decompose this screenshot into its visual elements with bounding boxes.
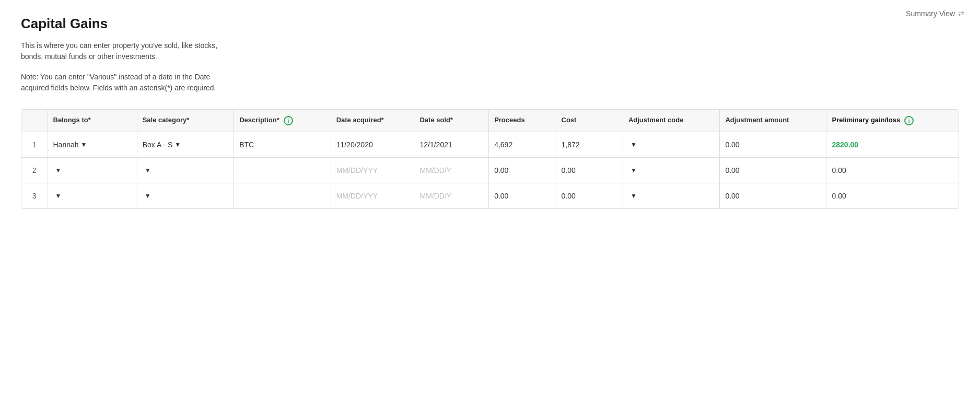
belongs-to-arrow: ▼	[55, 192, 62, 200]
row-3-preliminary: 0.00	[826, 183, 959, 209]
row-3-belongs-to[interactable]: ▼	[48, 183, 137, 209]
row-1-belongs-to[interactable]: Hannah▼	[48, 132, 137, 158]
row-2-description[interactable]	[234, 158, 331, 183]
table-row: 2▼▼MM/DD/YYYMM/DD/Y0.000.00▼0.000.00	[21, 158, 959, 183]
summary-view-label: Summary View	[906, 9, 955, 18]
row-3-proceeds[interactable]: 0.00	[489, 183, 556, 209]
row-1-description[interactable]: BTC	[234, 132, 331, 158]
description-info-icon[interactable]: i	[284, 116, 293, 125]
th-date-sold: Date sold*	[414, 110, 489, 132]
date-acquired-placeholder: MM/DD/YYY	[336, 166, 378, 174]
table-row: 3▼▼MM/DD/YYYMM/DD/Y0.000.00▼0.000.00	[21, 183, 959, 209]
row-1-num: 1	[21, 132, 48, 158]
th-adjustment-amount: Adjustment amount	[720, 110, 826, 132]
row-2-date-sold[interactable]: MM/DD/Y	[414, 158, 489, 183]
sale-category-value: Box A - S	[143, 141, 173, 149]
belongs-to-value: Hannah	[53, 141, 79, 149]
note: Note: You can enter "Various" instead of…	[21, 72, 959, 94]
description-line1: This is where you can enter property you…	[21, 40, 959, 51]
row-2-belongs-to[interactable]: ▼	[48, 158, 137, 183]
row-1-sale-category[interactable]: Box A - S▼	[137, 132, 234, 158]
row-3-adjustment-code[interactable]: ▼	[623, 183, 719, 209]
row-1-cost[interactable]: 1,872	[556, 132, 623, 158]
row-1-adjustment-code[interactable]: ▼	[623, 132, 719, 158]
row-3-sale-category[interactable]: ▼	[137, 183, 234, 209]
row-3-num: 3	[21, 183, 48, 209]
description: This is where you can enter property you…	[21, 40, 959, 62]
th-adjustment-code: Adjustment code	[623, 110, 719, 132]
capital-gains-table: Belongs to* Sale category* Description* …	[21, 110, 959, 208]
th-date-acquired: Date acquired*	[331, 110, 414, 132]
summary-view-link[interactable]: Summary View ⇄	[906, 9, 964, 18]
table-header-row: Belongs to* Sale category* Description* …	[21, 110, 959, 132]
th-sale-category: Sale category*	[137, 110, 234, 132]
th-cost: Cost	[556, 110, 623, 132]
row-3-adjustment-amount[interactable]: 0.00	[720, 183, 826, 209]
page-container: Summary View ⇄ Capital Gains This is whe…	[0, 0, 980, 397]
row-2-adjustment-code[interactable]: ▼	[623, 158, 719, 183]
date-acquired-placeholder: MM/DD/YYY	[336, 192, 378, 200]
row-1-adjustment-amount[interactable]: 0.00	[720, 132, 826, 158]
belongs-to-arrow: ▼	[81, 141, 87, 148]
th-description: Description* i	[234, 110, 331, 132]
th-proceeds: Proceeds	[489, 110, 556, 132]
page-title: Capital Gains	[21, 16, 959, 32]
row-2-cost[interactable]: 0.00	[556, 158, 623, 183]
sale-category-arrow: ▼	[145, 167, 151, 174]
row-1-preliminary: 2820.00	[826, 132, 959, 158]
th-preliminary: Preliminary gain/loss i	[826, 110, 959, 132]
note-line2: acquired fields below. Fields with an as…	[21, 83, 959, 94]
table-row: 1Hannah▼Box A - S▼BTC11/20/202012/1/2021…	[21, 132, 959, 158]
row-3-cost[interactable]: 0.00	[556, 183, 623, 209]
row-3-date-acquired[interactable]: MM/DD/YYY	[331, 183, 414, 209]
sale-category-arrow: ▼	[145, 192, 151, 200]
adj-code-arrow: ▼	[631, 167, 637, 174]
row-2-num: 2	[21, 158, 48, 183]
row-2-preliminary: 0.00	[826, 158, 959, 183]
th-num	[21, 110, 48, 132]
row-3-description[interactable]	[234, 183, 331, 209]
description-line2: bonds, mutual funds or other investments…	[21, 51, 959, 62]
row-2-sale-category[interactable]: ▼	[137, 158, 234, 183]
swap-icon: ⇄	[958, 9, 964, 18]
th-belongs-to: Belongs to*	[48, 110, 137, 132]
adj-code-arrow: ▼	[631, 141, 637, 148]
sale-category-arrow: ▼	[174, 141, 181, 148]
row-2-proceeds[interactable]: 0.00	[489, 158, 556, 183]
row-2-adjustment-amount[interactable]: 0.00	[720, 158, 826, 183]
row-3-date-sold[interactable]: MM/DD/Y	[414, 183, 489, 209]
row-1-proceeds[interactable]: 4,692	[489, 132, 556, 158]
row-1-date-acquired[interactable]: 11/20/2020	[331, 132, 414, 158]
adj-code-arrow: ▼	[631, 192, 637, 200]
capital-gains-table-wrapper: Belongs to* Sale category* Description* …	[21, 109, 959, 209]
note-line1: Note: You can enter "Various" instead of…	[21, 72, 959, 83]
date-sold-placeholder: MM/DD/Y	[419, 192, 451, 200]
preliminary-info-icon[interactable]: i	[904, 116, 914, 125]
row-1-date-sold[interactable]: 12/1/2021	[414, 132, 489, 158]
date-sold-placeholder: MM/DD/Y	[419, 166, 451, 174]
row-2-date-acquired[interactable]: MM/DD/YYY	[331, 158, 414, 183]
preliminary-gain-value: 2820.00	[832, 141, 858, 149]
belongs-to-arrow: ▼	[55, 167, 62, 174]
